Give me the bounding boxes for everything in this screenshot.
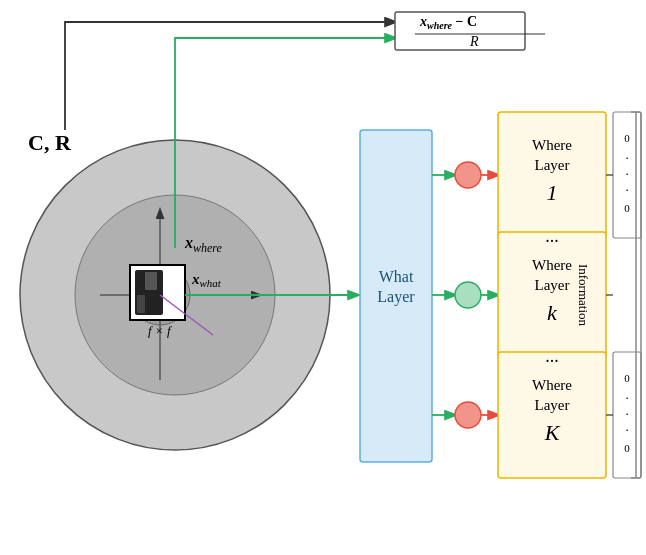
where-layer-1-num: 1 bbox=[547, 180, 558, 205]
svg-rect-8 bbox=[137, 295, 145, 313]
output-top-0b: 0 bbox=[624, 202, 630, 214]
svg-point-19 bbox=[455, 402, 481, 428]
where-layer-K-label2: Layer bbox=[535, 397, 570, 413]
output-top-dot1: · bbox=[625, 150, 628, 165]
what-layer-label2: Layer bbox=[377, 288, 415, 306]
output-bot-0: 0 bbox=[624, 372, 630, 384]
c-r-label: C, R bbox=[28, 130, 72, 155]
where-layer-k-num: k bbox=[547, 300, 558, 325]
formula-r-label: R bbox=[469, 34, 479, 49]
information-label: Information bbox=[576, 264, 591, 327]
output-top-0: 0 bbox=[624, 132, 630, 144]
output-top-dot2: · bbox=[625, 166, 628, 181]
where-layer-1-label2: Layer bbox=[535, 157, 570, 173]
svg-rect-25 bbox=[498, 352, 606, 478]
dots-bottom: ... bbox=[545, 346, 559, 366]
where-layer-k-label: Where bbox=[532, 257, 572, 273]
f-times-f-label: f × f bbox=[148, 323, 173, 338]
dots-top: ... bbox=[545, 226, 559, 246]
output-bot-dot2: · bbox=[625, 406, 628, 421]
architecture-diagram: xwhere xwhat f × f C, R bbox=[0, 0, 646, 555]
svg-point-17 bbox=[455, 162, 481, 188]
where-layer-k-label2: Layer bbox=[535, 277, 570, 293]
where-layer-K-label: Where bbox=[532, 377, 572, 393]
output-bot-dot3: · bbox=[625, 422, 628, 437]
svg-rect-7 bbox=[145, 272, 157, 290]
output-bot-dot1: · bbox=[625, 390, 628, 405]
where-layer-K-num: K bbox=[544, 420, 561, 445]
output-top-dot3: · bbox=[625, 182, 628, 197]
where-layer-1-label: Where bbox=[532, 137, 572, 153]
svg-point-18 bbox=[455, 282, 481, 308]
what-layer-label: What bbox=[379, 268, 414, 285]
svg-rect-23 bbox=[498, 112, 606, 238]
output-bot-0b: 0 bbox=[624, 442, 630, 454]
